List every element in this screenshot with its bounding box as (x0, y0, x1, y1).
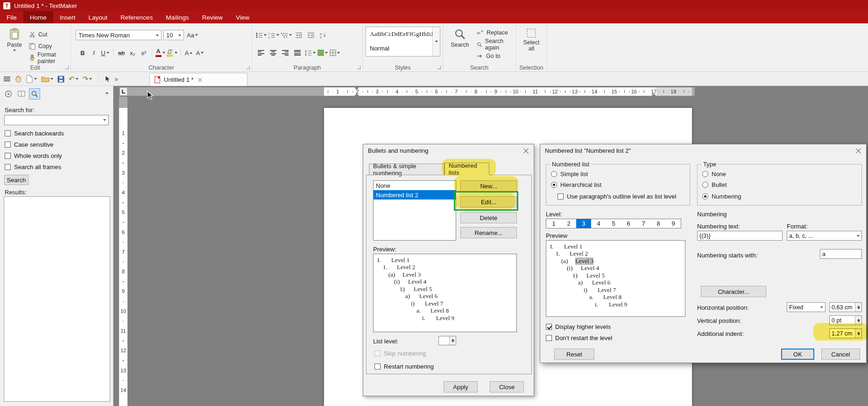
search-for-combo[interactable] (4, 115, 109, 125)
sidebar-search-button[interactable]: Search (4, 175, 28, 185)
spin-down-icon[interactable] (857, 321, 860, 325)
horizontal-ruler[interactable]: 123456789101112131415161718 (127, 87, 695, 96)
ok-button[interactable]: OK (781, 349, 814, 360)
menu-references[interactable]: References (114, 11, 159, 23)
chevron-down-icon[interactable] (103, 119, 106, 121)
format-painter-button[interactable]: Format painter (29, 54, 71, 62)
all-frames-option[interactable]: Search all frames (5, 164, 61, 171)
level-1[interactable]: 1 (546, 219, 561, 228)
checkbox[interactable] (5, 164, 11, 170)
shrink-font-button[interactable]: A (195, 48, 205, 58)
font-name-combo[interactable]: Times New Roman (76, 30, 162, 40)
restart-numbering-option[interactable]: Restart numbering (374, 363, 434, 370)
chevron-down-icon[interactable] (276, 34, 279, 36)
multilevel-list-button[interactable] (281, 30, 292, 40)
left-indent-marker[interactable] (354, 93, 359, 96)
justify-button[interactable] (292, 48, 303, 58)
menu-file[interactable]: File (0, 11, 23, 23)
list-item-numbered-list-2[interactable]: Numbered list 2 (374, 190, 456, 199)
numbering-text-input[interactable]: {(3)} (697, 231, 783, 241)
bullet-list-button[interactable] (256, 30, 267, 40)
type-none-radio[interactable]: None (702, 171, 726, 178)
whole-words-option[interactable]: Whole words only (5, 152, 62, 159)
chevron-down-icon[interactable] (820, 306, 823, 308)
spin-up-icon[interactable] (452, 336, 454, 341)
type-bullet-radio[interactable]: Bullet (702, 181, 727, 188)
chevron-down-icon[interactable] (175, 52, 177, 54)
styles-gallery-dropdown[interactable] (432, 27, 440, 56)
chevron-down-icon[interactable] (264, 34, 267, 36)
dont-restart-option[interactable]: Don't restart the level (546, 335, 612, 342)
line-spacing-button[interactable] (304, 48, 316, 58)
redo-button[interactable]: ↷ (83, 75, 92, 83)
radio[interactable] (702, 171, 708, 177)
underline-button[interactable]: U (100, 48, 110, 58)
dialog-launcher-icon[interactable] (357, 66, 360, 69)
spinner-buttons[interactable] (855, 316, 861, 325)
cut-button[interactable]: Cut (29, 30, 47, 39)
font-size-combo[interactable]: 10 (163, 30, 184, 40)
spin-down-icon[interactable] (857, 334, 860, 338)
new-document-button[interactable] (26, 75, 37, 83)
vertical-position-spinner[interactable]: 0 pt (829, 315, 862, 325)
close-dialog-button[interactable] (850, 144, 866, 157)
goto-button[interactable]: Go to (477, 52, 501, 60)
chevron-down-icon[interactable] (289, 34, 292, 36)
level-3[interactable]: 3 (576, 219, 591, 228)
sidebar-options-dropdown[interactable] (106, 93, 108, 94)
first-line-indent-marker[interactable] (354, 87, 359, 90)
close-tab-icon[interactable] (198, 78, 202, 82)
hand-tool-icon[interactable] (14, 75, 21, 83)
chevron-down-icon[interactable] (76, 78, 78, 80)
dialog-title-bar[interactable]: Numbered list "Numbered list 2" (540, 144, 866, 157)
strikethrough-button[interactable]: ab (116, 48, 127, 58)
dialog-launcher-icon[interactable] (247, 66, 250, 69)
chevron-down-icon[interactable] (857, 235, 860, 237)
decrease-indent-button[interactable] (294, 30, 304, 40)
subscript-button[interactable]: x₂ (127, 48, 138, 58)
radio[interactable] (551, 182, 557, 188)
italic-button[interactable]: I (89, 48, 99, 58)
chevron-down-icon[interactable] (156, 35, 159, 36)
bookmarks-icon[interactable] (16, 88, 27, 100)
menu-insert[interactable]: Insert (53, 11, 82, 23)
tab-stop-selector[interactable] (120, 87, 127, 96)
align-left-button[interactable] (256, 48, 266, 58)
starts-with-input[interactable]: a (820, 249, 862, 259)
chevron-down-icon[interactable] (89, 78, 92, 80)
replace-button[interactable]: ab Replace (477, 28, 508, 37)
hamburger-menu-icon[interactable] (4, 77, 10, 81)
spinner-buttons[interactable] (449, 336, 456, 345)
search-backwards-option[interactable]: Search backwards (5, 130, 64, 137)
checkbox[interactable] (374, 363, 381, 370)
menu-view[interactable]: View (229, 11, 256, 23)
chevron-down-icon[interactable] (337, 52, 340, 54)
menu-home[interactable]: Home (23, 11, 53, 23)
tab-numbered-lists[interactable]: Numbered lists (445, 163, 489, 175)
results-list[interactable] (4, 196, 110, 402)
edit-button[interactable]: Edit... (460, 196, 517, 207)
delete-button[interactable]: Delete (460, 212, 517, 223)
borders-button[interactable] (330, 48, 340, 58)
spin-up-icon[interactable] (857, 316, 860, 321)
spinner-buttons[interactable] (855, 329, 861, 338)
chevron-down-icon[interactable] (34, 78, 37, 80)
list-level-spinner[interactable] (438, 336, 456, 345)
shading-button[interactable] (318, 48, 328, 58)
menu-layout[interactable]: Layout (82, 11, 114, 23)
toolbar-overflow-icon[interactable]: » (114, 75, 118, 83)
checkbox[interactable] (5, 142, 11, 148)
simple-list-radio[interactable]: Simple list (551, 171, 588, 178)
menu-review[interactable]: Review (196, 11, 229, 23)
radio[interactable] (702, 182, 708, 188)
rename-button[interactable]: Rename... (460, 227, 517, 238)
open-button[interactable] (41, 76, 53, 82)
format-select[interactable]: a, b, c, ... (787, 231, 862, 241)
bold-button[interactable]: B (78, 48, 88, 58)
pointer-tool-icon[interactable] (105, 75, 110, 83)
search-again-button[interactable]: Search again (477, 40, 515, 49)
select-all-button[interactable]: Select all (519, 26, 544, 65)
case-sensitive-option[interactable]: Case sensitive (5, 141, 54, 148)
level-7[interactable]: 7 (636, 219, 651, 228)
chevron-down-icon[interactable] (178, 35, 181, 36)
